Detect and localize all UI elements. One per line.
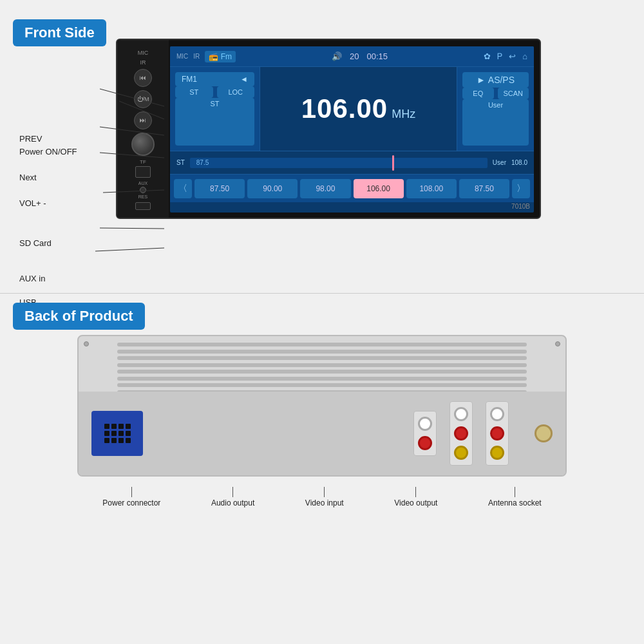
pin [104, 424, 109, 429]
stereo-screen: MIC IR 📻 Fm 🔊 20 00:15 ✿ Ꮲ ↩ ⌂ [170, 46, 534, 213]
pin [104, 438, 109, 443]
fm-center: 106.00 MHz [260, 67, 457, 151]
pin-row-2 [104, 431, 131, 436]
tuner-indicator [392, 155, 394, 171]
video-in-column [450, 401, 473, 466]
topbar-right: ✿ Ꮲ ↩ ⌂ [484, 52, 527, 62]
label-line [515, 487, 515, 497]
label-line [415, 487, 416, 497]
back-icon[interactable]: ↩ [509, 52, 516, 61]
tuner-right-label: 108.0 [511, 159, 527, 166]
time-display: 00:15 [367, 52, 388, 61]
pin-row-1 [104, 424, 131, 429]
mic-label: MIC [138, 50, 149, 56]
eq-scan-row: EQ SCAN [462, 88, 529, 99]
vol-label: VOL+ - [19, 198, 46, 208]
vent-4 [117, 363, 527, 367]
vent-1 [117, 343, 527, 346]
video-in-yellow [454, 446, 468, 460]
pin [126, 424, 131, 429]
video-out-white [490, 407, 504, 421]
res-label: RES [138, 194, 147, 199]
label-line [131, 487, 132, 497]
screw-tl [84, 341, 89, 346]
usb-port [135, 202, 151, 210]
tuner-labels: 87.5 [196, 159, 481, 166]
sdcard-label: SD Card [19, 238, 52, 248]
fm1-button[interactable]: FM1 ◄ [175, 72, 254, 86]
video-out-column [486, 401, 509, 466]
section-divider [0, 293, 644, 294]
preset-2[interactable]: 90.00 [247, 179, 298, 198]
fm-right: ► AS/PS EQ SCAN User [457, 67, 534, 151]
antenna-socket [535, 424, 553, 442]
bluetooth-icon: Ꮲ [497, 52, 502, 62]
scan-button[interactable]: SCAN [498, 88, 529, 99]
topbar-left: MIC IR 📻 Fm [176, 51, 236, 62]
play-button[interactable]: ► AS/PS [462, 72, 529, 88]
vent-5 [117, 370, 527, 374]
preset-6[interactable]: 87.50 [459, 179, 509, 198]
audio-output-label: Audio output [211, 487, 254, 507]
vent-7 [117, 383, 527, 387]
tuner-st: ST [176, 159, 185, 166]
preset-3[interactable]: 98.00 [300, 179, 350, 198]
tuner-bar: 87.5 [190, 158, 488, 168]
radio-icon: 📻 Fm [205, 51, 236, 62]
video-out-red [490, 426, 504, 440]
preset-next[interactable]: 〉 [512, 179, 530, 198]
eq-button[interactable]: EQ [462, 88, 494, 99]
video-out-yellow [490, 446, 504, 460]
preset-4[interactable]: 106.00 [354, 179, 404, 198]
vent-6 [117, 377, 527, 381]
volume-knob[interactable] [131, 133, 155, 156]
pin [118, 431, 124, 436]
user-button[interactable]: User [462, 99, 529, 146]
antenna-socket-label: Antenna socket [488, 487, 542, 507]
st2-button[interactable]: ST [175, 98, 254, 146]
preset-1[interactable]: 87.50 [194, 179, 245, 198]
play-arrow: ► [477, 75, 486, 85]
back-badge: Back of Product [13, 303, 145, 330]
preset-bar: 〈 87.50 90.00 98.00 106.00 108.00 87.50 … [170, 174, 534, 202]
loc-button[interactable]: LOC [217, 86, 255, 98]
volume-value: 20 [350, 52, 359, 61]
aux-jack [140, 187, 146, 193]
home-icon[interactable]: ⌂ [522, 52, 527, 61]
stereo-unit: MIC IR ⏮ ⏻/M ⏭ TF AUX RES MIC IR [116, 39, 541, 219]
ir-label: IR [140, 59, 146, 66]
tuner-user: User [493, 159, 506, 166]
power-label: Power ON/OFF [19, 147, 77, 156]
frequency-value: 106.00 [301, 93, 388, 124]
preset-prev[interactable]: 〈 [174, 179, 192, 198]
rca-audio-output [413, 411, 437, 456]
stereo-controls: MIC IR ⏮ ⏻/M ⏭ TF AUX RES [117, 40, 169, 218]
audio-out-column [413, 411, 437, 456]
aux-area: AUX RES [138, 181, 147, 199]
tuner-bar-area: ST 87.5 User 108.0 [170, 151, 534, 174]
pin [111, 424, 117, 429]
next-button[interactable]: ⏭ [134, 111, 152, 129]
preset-5[interactable]: 108.00 [406, 179, 457, 198]
back-unit [77, 335, 567, 477]
prev-label: PREV [19, 134, 42, 144]
power-connector [91, 411, 143, 456]
st-button[interactable]: ST [175, 86, 213, 98]
aux-label-unit: AUX [138, 181, 147, 185]
label-line [232, 487, 233, 497]
tuner-left-label: 87.5 [196, 159, 209, 166]
screw-tr [555, 341, 560, 346]
power-button[interactable]: ⏻/M [134, 90, 152, 108]
back-labels: Power connector Audio output Video input… [77, 487, 567, 507]
audio-out-white [418, 417, 432, 431]
pin [111, 438, 117, 443]
video-input-label: Video input [305, 487, 344, 507]
rca-video-input [450, 401, 473, 466]
pin [126, 431, 131, 436]
prev-button[interactable]: ⏮ [134, 69, 152, 87]
video-output-label: Video output [394, 487, 437, 507]
asps-label: AS/PS [488, 75, 515, 85]
pin [126, 438, 131, 443]
volume-icon: 🔊 [332, 52, 342, 61]
pin [111, 431, 117, 436]
